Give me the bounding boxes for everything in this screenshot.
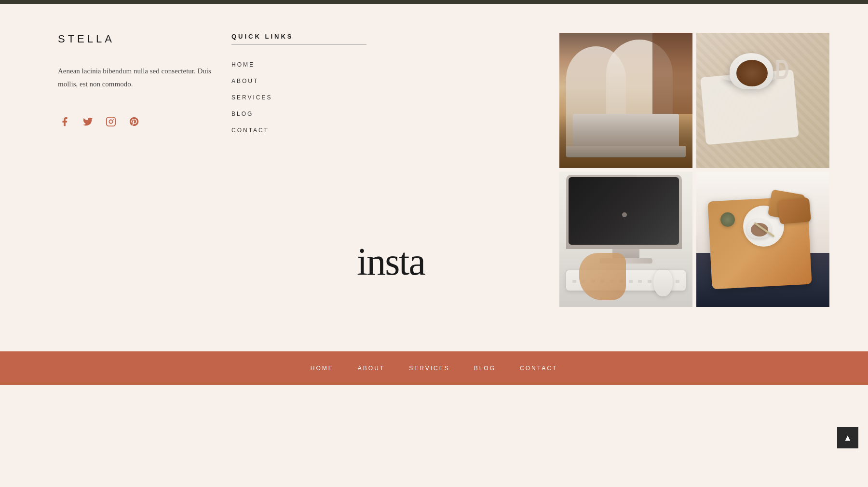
footer-nav-home[interactable]: HOME — [311, 365, 334, 372]
quick-links-nav: HOME ABOUT SERVICES BLOG CONTACT — [231, 61, 366, 134]
pinterest-icon[interactable] — [127, 115, 141, 128]
instagram-photo-1[interactable] — [559, 33, 692, 168]
footer-nav-services[interactable]: SERVICES — [409, 365, 449, 372]
main-content: STELLA Aenean lacinia bibendum nulla sed… — [0, 4, 868, 351]
top-bar — [0, 0, 868, 4]
quick-links-title: QUICK LINKS — [231, 33, 366, 40]
insta-label: insta — [357, 240, 425, 284]
instagram-photo-3[interactable] — [559, 172, 692, 307]
instagram-photo-4[interactable] — [696, 172, 829, 307]
footer: HOME ABOUT SERVICES BLOG CONTACT — [0, 351, 868, 385]
nav-link-home[interactable]: HOME — [231, 61, 366, 68]
nav-link-contact[interactable]: CONTACT — [231, 127, 366, 134]
svg-rect-0 — [107, 117, 115, 126]
nav-link-services[interactable]: SERVICES — [231, 94, 366, 101]
brand-name: STELLA — [58, 33, 212, 45]
twitter-icon[interactable] — [81, 115, 95, 128]
photo-grid — [559, 33, 829, 307]
nav-link-blog[interactable]: BLOG — [231, 111, 366, 117]
footer-nav-contact[interactable]: CONTACT — [520, 365, 557, 372]
nav-link-about[interactable]: ABOUT — [231, 78, 366, 84]
quick-links-underline — [231, 44, 366, 44]
instagram-icon[interactable] — [104, 115, 118, 128]
brand-description: Aenean lacinia bibendum nulla sed consec… — [58, 65, 212, 91]
social-icons — [58, 115, 212, 128]
scroll-top-icon: ▲ — [843, 433, 852, 443]
footer-nav-about[interactable]: ABOUT — [358, 365, 385, 372]
instagram-section: insta — [386, 33, 829, 322]
scroll-top-button[interactable]: ▲ — [837, 427, 858, 448]
quick-links-section: QUICK LINKS HOME ABOUT SERVICES BLOG CON… — [231, 33, 366, 322]
left-column: STELLA Aenean lacinia bibendum nulla sed… — [58, 33, 212, 322]
facebook-icon[interactable] — [58, 115, 71, 128]
footer-nav: HOME ABOUT SERVICES BLOG CONTACT — [311, 365, 557, 372]
instagram-photo-2[interactable] — [696, 33, 829, 168]
footer-nav-blog[interactable]: BLOG — [474, 365, 496, 372]
